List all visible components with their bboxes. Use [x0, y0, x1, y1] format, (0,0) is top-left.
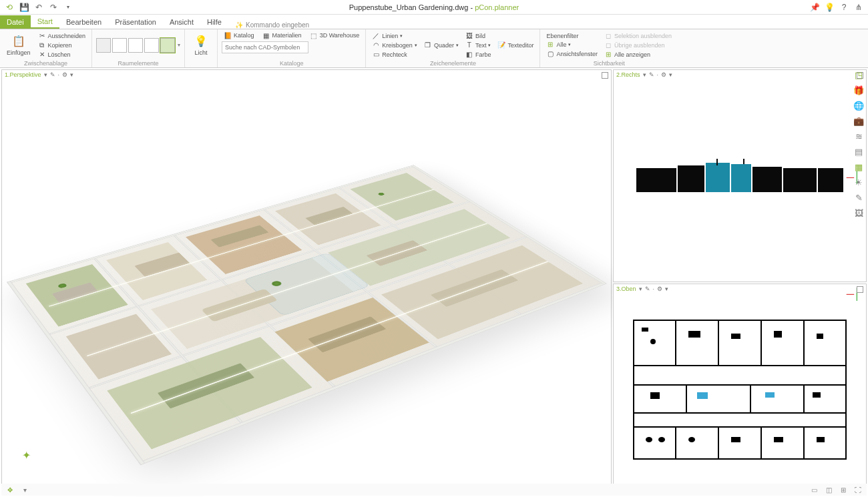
- copy-icon: ⧉: [38, 41, 46, 49]
- brush-icon: ✎: [645, 286, 650, 292]
- room-shape-5[interactable]: [160, 38, 175, 53]
- share-icon[interactable]: ⋔: [853, 2, 864, 13]
- viewport-perspective[interactable]: 1.Perspektive▾✎·⚙▾ ✦: [1, 69, 612, 496]
- kopieren-button[interactable]: ⧉Kopieren: [36, 41, 88, 50]
- room-shape-3[interactable]: [128, 38, 143, 53]
- uebrige-ausblenden-button[interactable]: ◻Übrige ausblenden: [602, 41, 674, 50]
- farbe-button[interactable]: ◧Farbe: [463, 50, 493, 59]
- einfuegen-button[interactable]: 📋Einfügen: [4, 33, 33, 57]
- tab-datei[interactable]: Datei: [0, 15, 31, 29]
- sidetool-globe-icon[interactable]: 🌐: [852, 99, 865, 112]
- redo-icon[interactable]: ↷: [48, 2, 59, 13]
- tab-hilfe[interactable]: Hilfe: [200, 15, 228, 29]
- room-shape-2[interactable]: [112, 38, 127, 53]
- elevation-drawing: [636, 159, 843, 192]
- warehouse-button[interactable]: ⬚3D Warehouse: [308, 31, 362, 40]
- hide-sel-icon: ◻: [604, 32, 612, 40]
- viewport-rechts[interactable]: 2.Rechts▾✎·⚙▾ ─│: [613, 69, 867, 282]
- viewport-oben[interactable]: 3.Oben▾✎·⚙▾ ─│: [613, 284, 867, 496]
- materialien-button[interactable]: ▦Materialien: [260, 31, 304, 40]
- viewport-restore-button[interactable]: [602, 72, 608, 79]
- cad-search-input[interactable]: [222, 41, 308, 53]
- title-right-tools: 📌 💡 ? ⋔: [805, 2, 868, 13]
- gear-icon: ⚙: [62, 71, 67, 78]
- viewport-icon: ▢: [546, 50, 554, 58]
- rechteck-button[interactable]: ▭Rechteck: [370, 50, 419, 59]
- bild-button[interactable]: 🖼Bild: [463, 31, 493, 41]
- alle-button[interactable]: ⊞Alle ▾: [544, 40, 600, 49]
- sidetool-layers-icon[interactable]: ≋: [852, 129, 865, 143]
- tab-praesentation[interactable]: Präsentation: [108, 15, 163, 29]
- save-icon[interactable]: 💾: [19, 2, 29, 13]
- room-dropdown-icon[interactable]: ▾: [178, 42, 180, 48]
- status-icon[interactable]: ▾: [20, 485, 29, 494]
- ribbon-group-kataloge: 📙Katalog ▦Materialien ⬚3D Warehouse Kata…: [218, 29, 366, 67]
- fullscreen-icon[interactable]: ⛶: [853, 485, 863, 494]
- tab-start[interactable]: Start: [31, 15, 59, 29]
- sidetool-stack-icon[interactable]: ▤: [852, 145, 865, 158]
- ribbon-group-sichtbarkeit: Ebenenfilter ⊞Alle ▾ ▢Ansichtsfenster ◻S…: [540, 29, 678, 67]
- move-gizmo-icon[interactable]: ✥: [5, 485, 15, 494]
- sidetool-picture-icon[interactable]: 🖼: [852, 206, 865, 219]
- undo-icon[interactable]: ↶: [33, 2, 44, 13]
- cut-icon: ✂: [38, 32, 46, 40]
- gear-icon: ⚙: [661, 71, 666, 78]
- linien-button[interactable]: ／Linien ▾: [370, 31, 419, 41]
- layout-3-icon[interactable]: ⊞: [839, 485, 848, 494]
- paste-icon: 📋: [12, 35, 25, 48]
- kommando-input[interactable]: ✨Kommando eingeben: [235, 21, 309, 29]
- layout-2-icon[interactable]: ◫: [824, 485, 833, 494]
- ribbon-tabs: Datei Start Bearbeiten Präsentation Ansi…: [0, 15, 868, 29]
- sidetool-grid-icon[interactable]: ▦: [852, 160, 865, 173]
- sidetool-briefcase-icon[interactable]: 💼: [852, 114, 865, 127]
- alle-anzeigen-button[interactable]: ⊞Alle anzeigen: [602, 50, 674, 59]
- all-icon: ⊞: [546, 41, 554, 49]
- texteditor-button[interactable]: 📝Texteditor: [495, 41, 535, 50]
- sidetool-cube-icon[interactable]: ◳: [852, 68, 865, 81]
- light-icon: 💡: [194, 35, 208, 48]
- quick-access-toolbar: ⟲ 💾 ↶ ↷ ▾: [0, 2, 77, 13]
- vp-dropdown-icon: ▾: [44, 71, 47, 78]
- ribbon-group-zwischenablage: 📋Einfügen ✂Ausschneiden ⧉Kopieren ✕Lösch…: [0, 29, 92, 67]
- show-all-icon: ⊞: [604, 51, 612, 59]
- bulb-icon[interactable]: 💡: [824, 2, 835, 13]
- room-shape-1[interactable]: [96, 38, 111, 53]
- ribbon: 📋Einfügen ✂Ausschneiden ⧉Kopieren ✕Lösch…: [0, 29, 868, 68]
- help-icon[interactable]: ?: [839, 2, 849, 13]
- viewport-oben-label[interactable]: 3.Oben▾✎·⚙▾: [616, 286, 668, 292]
- room-shape-picker: [96, 38, 175, 53]
- kreisbogen-button[interactable]: ◠Kreisbogen ▾: [370, 41, 419, 50]
- ribbon-group-licht: 💡Licht: [185, 29, 218, 67]
- ribbon-group-zeichenelemente: ／Linien ▾ ◠Kreisbogen ▾ ▭Rechteck ❒Quade…: [366, 29, 540, 67]
- katalog-button[interactable]: 📙Katalog: [222, 31, 256, 40]
- sidetool-box-icon[interactable]: 🎁: [852, 83, 865, 97]
- ebenenfilter-button[interactable]: Ebenenfilter: [544, 32, 600, 40]
- color-icon: ◧: [465, 51, 473, 59]
- title-filename: Puppenstube_Urban Gardening.dwg: [349, 3, 469, 11]
- licht-button[interactable]: 💡Licht: [189, 33, 213, 57]
- line-icon: ／: [372, 32, 380, 40]
- ausschneiden-button[interactable]: ✂Ausschneiden: [36, 31, 88, 41]
- refresh-icon[interactable]: ⟲: [4, 2, 15, 13]
- text-button[interactable]: TText ▾: [463, 41, 493, 50]
- selektion-ausblenden-button[interactable]: ◻Selektion ausblenden: [602, 31, 674, 41]
- loeschen-button[interactable]: ✕Löschen: [36, 50, 88, 59]
- gear-icon: ⚙: [657, 286, 662, 292]
- viewport-perspective-label[interactable]: 1.Perspektive▾✎·⚙▾: [5, 71, 73, 78]
- tab-bearbeiten[interactable]: Bearbeiten: [59, 15, 108, 29]
- text-icon: T: [465, 41, 473, 49]
- side-toolbar: ◳ 🎁 🌐 💼 ≋ ▤ ▦ ☀ ✎ 🖼: [852, 68, 867, 219]
- pin-icon[interactable]: 📌: [809, 2, 820, 13]
- qat-dropdown-icon[interactable]: ▾: [63, 2, 73, 13]
- viewport-rechts-label[interactable]: 2.Rechts▾✎·⚙▾: [616, 71, 672, 78]
- quader-button[interactable]: ❒Quader ▾: [422, 41, 461, 50]
- layout-1-icon[interactable]: ▭: [809, 485, 819, 494]
- sidetool-pen-icon[interactable]: ✎: [852, 191, 865, 204]
- ribbon-group-raumelemente: ▾ Raumelemente: [92, 29, 185, 67]
- tab-ansicht[interactable]: Ansicht: [163, 15, 200, 29]
- sidetool-sun-icon[interactable]: ☀: [852, 175, 865, 189]
- viewport-restore-button[interactable]: [857, 286, 863, 293]
- room-shape-4[interactable]: [144, 38, 159, 53]
- materials-icon: ▦: [262, 31, 270, 39]
- ansichtsfenster-button[interactable]: ▢Ansichtsfenster: [544, 49, 600, 59]
